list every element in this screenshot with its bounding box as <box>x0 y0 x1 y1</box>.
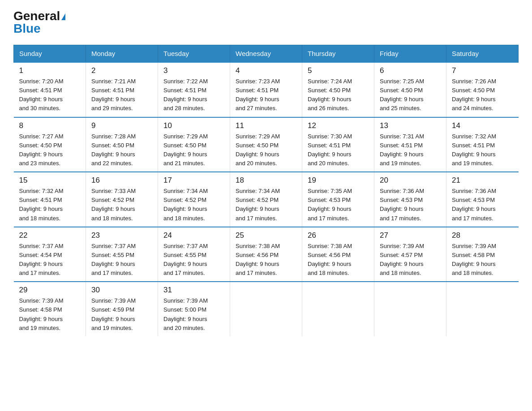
day-number: 26 <box>308 231 369 240</box>
day-info: Sunrise: 7:29 AM Sunset: 4:50 PM Dayligh… <box>236 132 296 168</box>
day-info: Sunrise: 7:23 AM Sunset: 4:51 PM Dayligh… <box>236 77 296 113</box>
day-number: 23 <box>91 231 152 240</box>
day-info: Sunrise: 7:37 AM Sunset: 4:55 PM Dayligh… <box>163 242 224 278</box>
day-info: Sunrise: 7:38 AM Sunset: 4:56 PM Dayligh… <box>236 242 296 278</box>
day-number: 22 <box>19 231 81 240</box>
day-number: 25 <box>236 231 296 240</box>
calendar-week-row: 1 Sunrise: 7:20 AM Sunset: 4:51 PM Dayli… <box>14 62 519 117</box>
day-number: 2 <box>91 66 152 75</box>
calendar-week-row: 8 Sunrise: 7:27 AM Sunset: 4:50 PM Dayli… <box>14 117 519 172</box>
day-info: Sunrise: 7:32 AM Sunset: 4:51 PM Dayligh… <box>19 187 81 223</box>
day-header-friday: Friday <box>374 45 446 63</box>
day-info: Sunrise: 7:37 AM Sunset: 4:54 PM Dayligh… <box>19 242 81 278</box>
day-number: 17 <box>163 176 224 185</box>
day-info: Sunrise: 7:39 AM Sunset: 4:58 PM Dayligh… <box>452 242 513 278</box>
day-number: 7 <box>452 66 513 75</box>
calendar-week-row: 22 Sunrise: 7:37 AM Sunset: 4:54 PM Dayl… <box>14 227 519 282</box>
logo-triangle-icon <box>61 13 65 20</box>
day-number: 14 <box>452 121 513 130</box>
calendar-cell: 11 Sunrise: 7:29 AM Sunset: 4:50 PM Dayl… <box>230 117 302 172</box>
day-info: Sunrise: 7:39 AM Sunset: 4:57 PM Dayligh… <box>380 242 441 278</box>
day-number: 1 <box>19 66 81 75</box>
calendar-cell: 23 Sunrise: 7:37 AM Sunset: 4:55 PM Dayl… <box>86 227 158 282</box>
calendar-cell: 13 Sunrise: 7:31 AM Sunset: 4:51 PM Dayl… <box>374 117 446 172</box>
page-header: General Blue <box>13 9 519 36</box>
calendar-cell: 15 Sunrise: 7:32 AM Sunset: 4:51 PM Dayl… <box>14 172 86 227</box>
calendar-cell: 10 Sunrise: 7:29 AM Sunset: 4:50 PM Dayl… <box>158 117 230 172</box>
day-number: 28 <box>452 231 513 240</box>
day-info: Sunrise: 7:37 AM Sunset: 4:55 PM Dayligh… <box>91 242 152 278</box>
calendar-cell <box>302 282 374 336</box>
day-info: Sunrise: 7:32 AM Sunset: 4:51 PM Dayligh… <box>452 132 513 168</box>
calendar-cell: 3 Sunrise: 7:22 AM Sunset: 4:51 PM Dayli… <box>158 62 230 117</box>
calendar-cell: 28 Sunrise: 7:39 AM Sunset: 4:58 PM Dayl… <box>446 227 519 282</box>
day-header-sunday: Sunday <box>14 45 86 63</box>
day-number: 6 <box>380 66 441 75</box>
day-header-tuesday: Tuesday <box>158 45 230 63</box>
day-info: Sunrise: 7:26 AM Sunset: 4:50 PM Dayligh… <box>452 77 513 113</box>
day-header-thursday: Thursday <box>302 45 374 63</box>
calendar-cell: 9 Sunrise: 7:28 AM Sunset: 4:50 PM Dayli… <box>86 117 158 172</box>
day-info: Sunrise: 7:28 AM Sunset: 4:50 PM Dayligh… <box>91 132 152 168</box>
day-info: Sunrise: 7:39 AM Sunset: 5:00 PM Dayligh… <box>163 296 224 333</box>
day-info: Sunrise: 7:27 AM Sunset: 4:50 PM Dayligh… <box>19 132 81 168</box>
calendar-cell: 2 Sunrise: 7:21 AM Sunset: 4:51 PM Dayli… <box>86 62 158 117</box>
day-info: Sunrise: 7:30 AM Sunset: 4:51 PM Dayligh… <box>308 132 369 168</box>
day-info: Sunrise: 7:33 AM Sunset: 4:52 PM Dayligh… <box>91 187 152 223</box>
calendar-cell: 5 Sunrise: 7:24 AM Sunset: 4:50 PM Dayli… <box>302 62 374 117</box>
calendar-cell: 7 Sunrise: 7:26 AM Sunset: 4:50 PM Dayli… <box>446 62 519 117</box>
calendar-cell: 19 Sunrise: 7:35 AM Sunset: 4:53 PM Dayl… <box>302 172 374 227</box>
day-number: 8 <box>19 121 81 130</box>
calendar-week-row: 29 Sunrise: 7:39 AM Sunset: 4:58 PM Dayl… <box>14 282 519 336</box>
calendar-cell: 25 Sunrise: 7:38 AM Sunset: 4:56 PM Dayl… <box>230 227 302 282</box>
calendar-week-row: 15 Sunrise: 7:32 AM Sunset: 4:51 PM Dayl… <box>14 172 519 227</box>
day-number: 10 <box>163 121 224 130</box>
calendar-cell: 29 Sunrise: 7:39 AM Sunset: 4:58 PM Dayl… <box>14 282 86 336</box>
day-info: Sunrise: 7:22 AM Sunset: 4:51 PM Dayligh… <box>163 77 224 113</box>
day-info: Sunrise: 7:24 AM Sunset: 4:50 PM Dayligh… <box>308 77 369 113</box>
calendar-cell <box>446 282 519 336</box>
day-number: 19 <box>308 176 369 185</box>
day-number: 4 <box>236 66 296 75</box>
logo: General Blue <box>13 9 65 36</box>
calendar-cell: 22 Sunrise: 7:37 AM Sunset: 4:54 PM Dayl… <box>14 227 86 282</box>
calendar-cell <box>374 282 446 336</box>
day-info: Sunrise: 7:21 AM Sunset: 4:51 PM Dayligh… <box>91 77 152 113</box>
day-info: Sunrise: 7:39 AM Sunset: 4:59 PM Dayligh… <box>91 296 152 333</box>
calendar-cell: 27 Sunrise: 7:39 AM Sunset: 4:57 PM Dayl… <box>374 227 446 282</box>
day-number: 21 <box>452 176 513 185</box>
day-number: 16 <box>91 176 152 185</box>
day-info: Sunrise: 7:36 AM Sunset: 4:53 PM Dayligh… <box>380 187 441 223</box>
calendar-cell: 26 Sunrise: 7:38 AM Sunset: 4:56 PM Dayl… <box>302 227 374 282</box>
day-header-wednesday: Wednesday <box>230 45 302 63</box>
calendar-cell: 21 Sunrise: 7:36 AM Sunset: 4:53 PM Dayl… <box>446 172 519 227</box>
day-number: 30 <box>91 286 152 295</box>
day-number: 13 <box>380 121 441 130</box>
day-number: 31 <box>163 286 224 295</box>
day-info: Sunrise: 7:34 AM Sunset: 4:52 PM Dayligh… <box>163 187 224 223</box>
day-number: 5 <box>308 66 369 75</box>
day-number: 20 <box>380 176 441 185</box>
day-header-monday: Monday <box>86 45 158 63</box>
calendar-cell: 8 Sunrise: 7:27 AM Sunset: 4:50 PM Dayli… <box>14 117 86 172</box>
day-number: 27 <box>380 231 441 240</box>
calendar-cell: 30 Sunrise: 7:39 AM Sunset: 4:59 PM Dayl… <box>86 282 158 336</box>
calendar-header-row: SundayMondayTuesdayWednesdayThursdayFrid… <box>14 45 519 63</box>
day-number: 11 <box>236 121 296 130</box>
day-header-saturday: Saturday <box>446 45 519 63</box>
day-number: 29 <box>19 286 81 295</box>
day-number: 15 <box>19 176 81 185</box>
calendar-cell: 31 Sunrise: 7:39 AM Sunset: 5:00 PM Dayl… <box>158 282 230 336</box>
day-info: Sunrise: 7:38 AM Sunset: 4:56 PM Dayligh… <box>308 242 369 278</box>
day-number: 3 <box>163 66 224 75</box>
day-info: Sunrise: 7:34 AM Sunset: 4:52 PM Dayligh… <box>236 187 296 223</box>
calendar-cell: 14 Sunrise: 7:32 AM Sunset: 4:51 PM Dayl… <box>446 117 519 172</box>
calendar-cell: 6 Sunrise: 7:25 AM Sunset: 4:50 PM Dayli… <box>374 62 446 117</box>
calendar-cell: 1 Sunrise: 7:20 AM Sunset: 4:51 PM Dayli… <box>14 62 86 117</box>
day-info: Sunrise: 7:39 AM Sunset: 4:58 PM Dayligh… <box>19 296 81 333</box>
calendar-cell: 20 Sunrise: 7:36 AM Sunset: 4:53 PM Dayl… <box>374 172 446 227</box>
calendar-cell <box>230 282 302 336</box>
day-info: Sunrise: 7:36 AM Sunset: 4:53 PM Dayligh… <box>452 187 513 223</box>
day-info: Sunrise: 7:31 AM Sunset: 4:51 PM Dayligh… <box>380 132 441 168</box>
calendar-cell: 16 Sunrise: 7:33 AM Sunset: 4:52 PM Dayl… <box>86 172 158 227</box>
